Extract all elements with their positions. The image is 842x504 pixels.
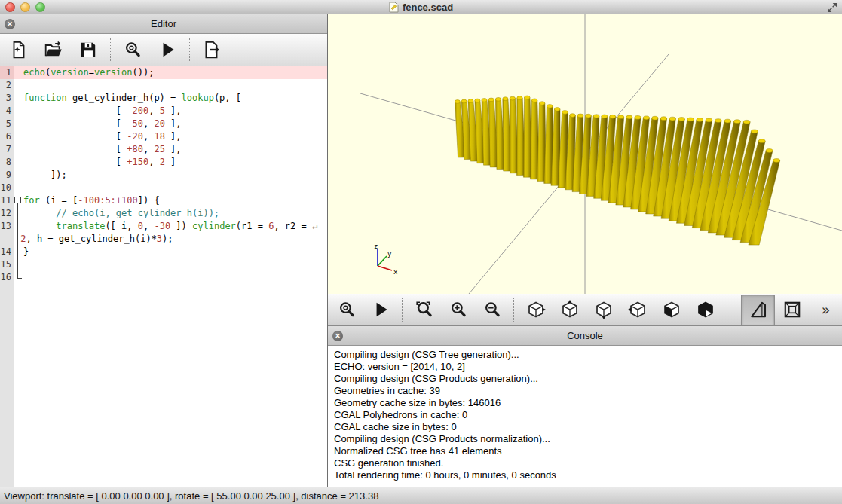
zoom-out-button[interactable] [475,295,509,325]
fold-margin[interactable] [14,143,23,156]
line-number: 1 [0,66,14,79]
magnifier-gear-icon [337,300,357,319]
fold-margin[interactable] [14,66,23,79]
fold-margin[interactable] [14,79,23,92]
code-line: 13 translate([ i, 0, -30 ]) cylinder(r1 … [0,220,327,233]
console-panel-title: Console [567,330,603,341]
view-bottom-button[interactable] [586,295,620,325]
code-text: } [23,246,327,258]
editor-panel-title: Editor [151,18,176,29]
axis-indicator: zyx [374,243,398,276]
x-axis-label: x [393,268,398,276]
cube-back-icon [696,300,715,319]
console-output[interactable]: Compiling design (CSG Tree generation)..… [328,346,842,487]
window-title: fence.scad [403,2,453,13]
line-number [0,233,14,246]
render-button[interactable] [363,295,397,325]
play-icon [371,300,390,319]
code-editor[interactable]: 1echo(version=version());23function get_… [0,66,327,487]
fold-guide-line [17,233,18,246]
fold-margin[interactable] [14,258,23,271]
fold-guide-line [17,258,18,271]
line-number: 12 [0,207,14,220]
more-button[interactable]: » [809,295,842,325]
code-line: 1echo(version=version()); [0,66,327,79]
fold-guide-line [17,220,18,233]
code-text [23,79,327,92]
line-number: 9 [0,169,14,182]
fold-margin[interactable] [14,182,23,194]
cube-left-icon [628,300,648,319]
console-close-icon[interactable]: ✕ [332,331,343,341]
console-line: Geometry cache size in bytes: 146016 [334,397,842,409]
fullscreen-button[interactable] [826,2,838,14]
code-text: [ -20, 18 ], [23,130,327,143]
code-line: 5 [ -50, 20 ], [0,118,327,130]
new-button[interactable] [2,36,36,63]
fence-model [455,96,780,245]
3d-render: zyx [328,14,842,294]
view-left-button[interactable] [620,295,654,325]
fold-margin[interactable] [14,194,23,207]
code-line: 11for (i = [-100:5:+100]) { [0,194,327,207]
code-text: [ +150, 2 ] [23,156,327,169]
fullscreen-arrows-icon [826,2,838,14]
line-number: 6 [0,130,14,143]
zoom-in-button[interactable] [441,295,475,325]
code-text: function get_cylinder_h(p) = lookup(p, [ [23,92,327,105]
fold-margin[interactable] [14,271,23,284]
editor-panel-header[interactable]: ✕ Editor [0,14,327,34]
code-text: [ -200, 5 ], [23,105,327,118]
fold-margin[interactable] [14,130,23,143]
console-line: Compiling design (CSG Tree generation)..… [334,349,842,361]
line-number: 5 [0,118,14,130]
title-bar[interactable]: fence.scad [0,0,842,14]
fold-margin[interactable] [14,207,23,220]
perspective-button[interactable] [741,295,775,325]
fold-margin[interactable] [14,118,23,130]
code-line: 14} [0,246,327,258]
fold-margin[interactable] [14,246,23,258]
code-text: ]); [23,169,327,182]
view-all-button[interactable] [407,295,441,325]
fold-margin[interactable] [14,156,23,169]
line-number: 3 [0,92,14,105]
toolbar-separator [727,298,727,322]
export-button[interactable] [194,36,229,63]
view-front-button[interactable] [654,295,688,325]
console-panel-header[interactable]: ✕ Console [328,326,842,346]
fold-margin[interactable] [14,92,23,105]
fold-margin[interactable] [14,233,23,246]
folder-open-icon [44,40,63,60]
preview-button[interactable] [329,295,363,325]
fold-guide-line [17,207,18,220]
view-back-button[interactable] [688,295,722,325]
console-line: Geometries in cache: 39 [334,385,842,397]
save-button[interactable] [71,36,106,63]
fold-margin[interactable] [14,105,23,118]
orthogonal-button[interactable] [775,295,809,325]
code-text: // echo(i, get_cylinder_h(i)); [23,207,327,220]
3d-viewport[interactable]: zyx [328,14,842,294]
z-axis-label: z [374,243,378,250]
view-top-button[interactable] [553,295,586,325]
console-line: Normalized CSG tree has 41 elements [334,445,842,457]
view-right-button[interactable] [519,295,553,325]
fold-margin[interactable] [14,220,23,233]
code-line: 8 [ +150, 2 ] [0,156,327,169]
render-button[interactable] [150,36,185,63]
fold-collapse-icon[interactable] [14,197,21,203]
floppy-icon [78,40,98,60]
toolbar-separator [402,298,403,322]
code-text: [ -50, 20 ], [23,118,327,130]
code-line: 12 // echo(i, get_cylinder_h(i)); [0,207,327,220]
fold-margin[interactable] [14,169,23,182]
code-text: echo(version=version()); [23,66,327,79]
cube-right-icon [526,300,546,319]
open-button[interactable] [36,36,71,63]
play-icon [158,40,177,60]
code-line: 15 [0,258,327,271]
preview-button[interactable] [115,36,150,63]
code-text [23,258,327,271]
editor-close-icon[interactable]: ✕ [5,19,15,29]
